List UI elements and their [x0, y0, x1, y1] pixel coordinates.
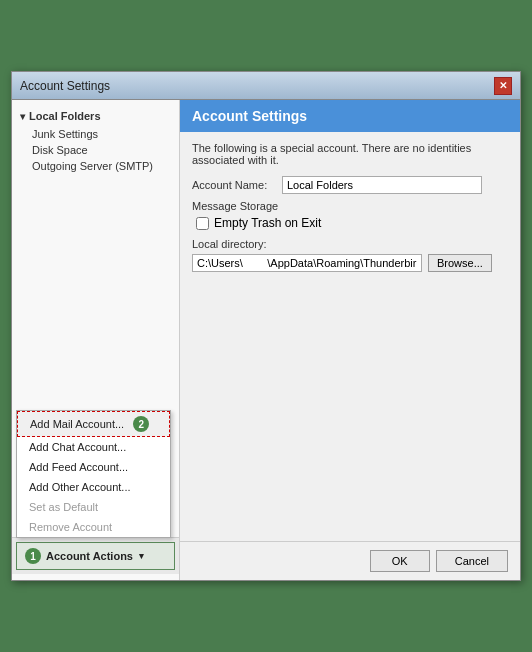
main-body: The following is a special account. Ther…	[180, 132, 520, 541]
dropdown-item-add-feed[interactable]: Add Feed Account...	[17, 457, 170, 477]
sidebar-section-header[interactable]: Local Folders	[12, 106, 179, 126]
main-header: Account Settings	[180, 100, 520, 132]
account-name-row: Account Name:	[192, 176, 508, 194]
dropdown-item-remove: Remove Account	[17, 517, 170, 537]
sidebar-item-junk[interactable]: Junk Settings	[12, 126, 179, 142]
account-name-input[interactable]	[282, 176, 482, 194]
cancel-button[interactable]: Cancel	[436, 550, 508, 572]
empty-trash-checkbox[interactable]	[196, 217, 209, 230]
empty-trash-row: Empty Trash on Exit	[196, 216, 508, 230]
dialog-footer: OK Cancel	[180, 541, 520, 580]
badge-2: 2	[133, 416, 149, 432]
message-storage-label: Message Storage	[192, 200, 508, 212]
browse-button[interactable]: Browse...	[428, 254, 492, 272]
title-bar: Account Settings ✕	[12, 72, 520, 100]
dropdown-item-add-chat[interactable]: Add Chat Account...	[17, 437, 170, 457]
dialog-body: Local Folders Junk Settings Disk Space O…	[12, 100, 520, 580]
local-dir-input[interactable]	[192, 254, 422, 272]
ok-button[interactable]: OK	[370, 550, 430, 572]
main-content: Account Settings The following is a spec…	[180, 100, 520, 580]
info-text: The following is a special account. Ther…	[192, 142, 508, 166]
dropdown-item-add-mail[interactable]: Add Mail Account... 2	[17, 411, 170, 437]
account-actions-label: Account Actions	[46, 550, 133, 562]
local-dir-label: Local directory:	[192, 238, 508, 250]
account-actions-dropdown: Add Mail Account... 2 Add Chat Account..…	[16, 410, 171, 538]
sidebar: Local Folders Junk Settings Disk Space O…	[12, 100, 180, 580]
dialog-window: Account Settings ✕ Local Folders Junk Se…	[11, 71, 521, 581]
local-dir-row: Browse...	[192, 254, 508, 272]
sidebar-item-disk[interactable]: Disk Space	[12, 142, 179, 158]
dropdown-item-add-other[interactable]: Add Other Account...	[17, 477, 170, 497]
account-name-label: Account Name:	[192, 179, 282, 191]
empty-trash-label: Empty Trash on Exit	[214, 216, 321, 230]
dialog-title: Account Settings	[20, 79, 110, 93]
account-actions-arrow: ▾	[139, 551, 144, 561]
account-actions-container: Add Mail Account... 2 Add Chat Account..…	[12, 537, 179, 574]
sidebar-item-smtp[interactable]: Outgoing Server (SMTP)	[12, 158, 179, 174]
dropdown-item-set-default: Set as Default	[17, 497, 170, 517]
close-button[interactable]: ✕	[494, 77, 512, 95]
account-actions-button[interactable]: 1 Account Actions ▾	[16, 542, 175, 570]
badge-1: 1	[25, 548, 41, 564]
